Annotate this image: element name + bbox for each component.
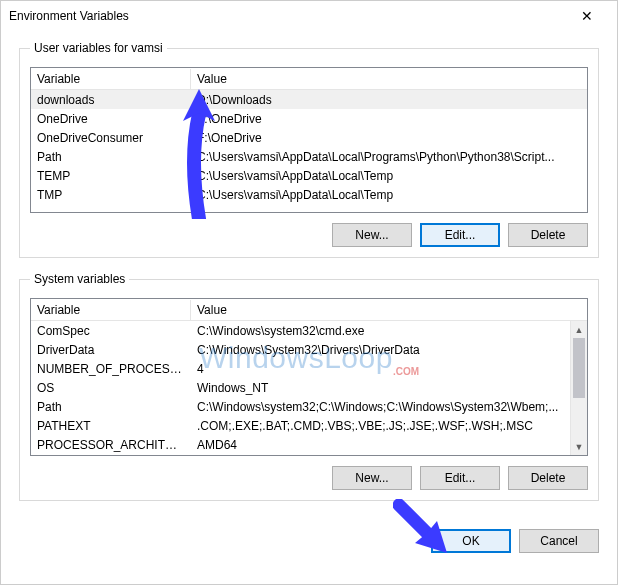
table-row[interactable]: ComSpecC:\Windows\system32\cmd.exe <box>31 321 570 340</box>
cell-variable: ComSpec <box>31 322 191 340</box>
cell-variable: downloads <box>31 91 191 109</box>
col-value[interactable]: Value <box>191 300 587 320</box>
system-legend: System variables <box>30 272 129 286</box>
table-row[interactable]: OneDriveF:\OneDrive <box>31 109 587 128</box>
system-delete-button[interactable]: Delete <box>508 466 588 490</box>
scroll-thumb[interactable] <box>573 338 585 398</box>
close-button[interactable]: ✕ <box>564 1 609 31</box>
cell-value: D:\Downloads <box>191 91 587 109</box>
user-variables-table[interactable]: Variable Value downloadsD:\DownloadsOneD… <box>30 67 588 213</box>
user-delete-button[interactable]: Delete <box>508 223 588 247</box>
titlebar: Environment Variables ✕ <box>1 1 617 31</box>
table-row[interactable]: PATHEXT.COM;.EXE;.BAT;.CMD;.VBS;.VBE;.JS… <box>31 416 570 435</box>
cell-variable: OS <box>31 379 191 397</box>
cell-value: C:\Windows\system32\cmd.exe <box>191 322 570 340</box>
cell-value: C:\Windows\system32;C:\Windows;C:\Window… <box>191 398 570 416</box>
table-row[interactable]: OSWindows_NT <box>31 378 570 397</box>
col-variable[interactable]: Variable <box>31 300 191 320</box>
scroll-up-icon[interactable]: ▲ <box>571 321 587 338</box>
cell-variable: PATHEXT <box>31 417 191 435</box>
table-row[interactable]: PathC:\Windows\system32;C:\Windows;C:\Wi… <box>31 397 570 416</box>
user-new-button[interactable]: New... <box>332 223 412 247</box>
cell-value: F:\OneDrive <box>191 129 587 147</box>
cancel-button[interactable]: Cancel <box>519 529 599 553</box>
scrollbar[interactable]: ▲ ▼ <box>570 321 587 455</box>
col-variable[interactable]: Variable <box>31 69 191 89</box>
table-row[interactable]: TEMPC:\Users\vamsi\AppData\Local\Temp <box>31 166 587 185</box>
cell-value: C:\Windows\System32\Drivers\DriverData <box>191 341 570 359</box>
cell-variable: OneDriveConsumer <box>31 129 191 147</box>
cell-value: C:\Users\vamsi\AppData\Local\Temp <box>191 167 587 185</box>
cell-variable: DriverData <box>31 341 191 359</box>
cell-variable: TMP <box>31 186 191 204</box>
system-new-button[interactable]: New... <box>332 466 412 490</box>
table-row[interactable]: PathC:\Users\vamsi\AppData\Local\Program… <box>31 147 587 166</box>
system-variables-table[interactable]: Variable Value ComSpecC:\Windows\system3… <box>30 298 588 456</box>
cell-value: C:\Users\vamsi\AppData\Local\Programs\Py… <box>191 148 587 166</box>
cell-variable: Path <box>31 148 191 166</box>
table-row[interactable]: DriverDataC:\Windows\System32\Drivers\Dr… <box>31 340 570 359</box>
cell-value: F:\OneDrive <box>191 110 587 128</box>
ok-button[interactable]: OK <box>431 529 511 553</box>
system-variables-group: System variables Variable Value ComSpecC… <box>19 272 599 501</box>
cell-value: 4 <box>191 360 570 378</box>
table-row[interactable]: OneDriveConsumerF:\OneDrive <box>31 128 587 147</box>
window-title: Environment Variables <box>9 9 129 23</box>
system-edit-button[interactable]: Edit... <box>420 466 500 490</box>
cell-variable: TEMP <box>31 167 191 185</box>
cell-variable: Path <box>31 398 191 416</box>
col-value[interactable]: Value <box>191 69 587 89</box>
cell-value: .COM;.EXE;.BAT;.CMD;.VBS;.VBE;.JS;.JSE;.… <box>191 417 570 435</box>
user-legend: User variables for vamsi <box>30 41 167 55</box>
cell-value: C:\Users\vamsi\AppData\Local\Temp <box>191 186 587 204</box>
scroll-down-icon[interactable]: ▼ <box>571 438 587 455</box>
table-row[interactable]: TMPC:\Users\vamsi\AppData\Local\Temp <box>31 185 587 204</box>
cell-value: AMD64 <box>191 436 570 454</box>
cell-variable: OneDrive <box>31 110 191 128</box>
cell-variable: NUMBER_OF_PROCESSORS <box>31 360 191 378</box>
table-row[interactable]: NUMBER_OF_PROCESSORS4 <box>31 359 570 378</box>
user-variables-group: User variables for vamsi Variable Value … <box>19 41 599 258</box>
user-edit-button[interactable]: Edit... <box>420 223 500 247</box>
cell-variable: PROCESSOR_ARCHITECTURE <box>31 436 191 454</box>
cell-value: Windows_NT <box>191 379 570 397</box>
table-row[interactable]: PROCESSOR_ARCHITECTUREAMD64 <box>31 435 570 454</box>
table-row[interactable]: downloadsD:\Downloads <box>31 90 587 109</box>
